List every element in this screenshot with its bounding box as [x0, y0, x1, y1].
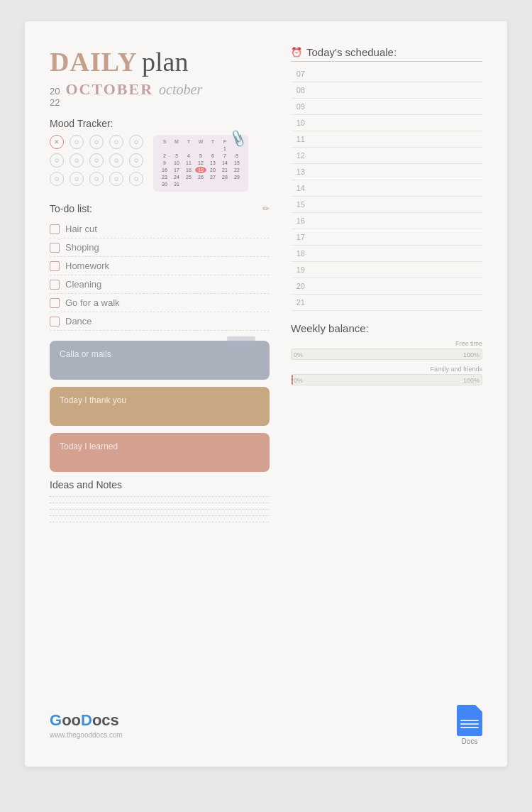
- cal-day[interactable]: 9: [159, 160, 170, 166]
- mood-circle-2[interactable]: ☺: [70, 135, 84, 149]
- cal-day[interactable]: 30: [159, 181, 170, 187]
- cal-day[interactable]: 12: [195, 160, 206, 166]
- cal-day[interactable]: 4: [183, 153, 194, 159]
- mood-circle-6[interactable]: ☺: [50, 153, 64, 168]
- schedule-row[interactable]: 20: [291, 278, 482, 295]
- todo-item[interactable]: Homework: [50, 257, 270, 275]
- cal-day[interactable]: 8: [231, 153, 243, 159]
- todo-checkbox[interactable]: [50, 261, 60, 271]
- schedule-row[interactable]: 21: [291, 295, 482, 311]
- todo-item-text: Dance: [65, 316, 92, 327]
- schedule-row[interactable]: 12: [291, 148, 482, 164]
- cal-day[interactable]: 28: [219, 174, 231, 180]
- note-box-pink[interactable]: Today I learned: [50, 433, 270, 472]
- note-box-tan[interactable]: Today I thank you: [50, 387, 270, 426]
- wb-item: Free time 0% 100%: [291, 340, 482, 360]
- cal-day[interactable]: 11: [183, 160, 194, 166]
- schedule-row[interactable]: 08: [291, 82, 482, 99]
- mood-circle-12[interactable]: ☺: [70, 172, 84, 186]
- cal-day[interactable]: 18: [183, 167, 194, 173]
- cal-day[interactable]: 26: [195, 174, 206, 180]
- logo-g: G: [50, 711, 62, 729]
- todo-checkbox[interactable]: [50, 243, 60, 253]
- schedule-row[interactable]: 18: [291, 246, 482, 262]
- cal-day[interactable]: 31: [171, 181, 182, 187]
- weekly-balance: Weekly balance: Free time 0% 100% Family…: [291, 322, 482, 385]
- todo-item[interactable]: Dance: [50, 312, 270, 331]
- wb-label-row: Free time: [291, 340, 482, 347]
- mood-circle-8[interactable]: ☺: [89, 153, 104, 168]
- cal-day[interactable]: 19: [195, 167, 206, 173]
- note-box-gray[interactable]: Calla or mails: [50, 341, 270, 380]
- cal-day[interactable]: 29: [231, 174, 243, 180]
- hour-label: 11: [291, 135, 305, 143]
- todo-item-text: Homework: [65, 260, 109, 271]
- todo-item[interactable]: Shoping: [50, 238, 270, 257]
- schedule-row[interactable]: 15: [291, 197, 482, 213]
- mood-circle-11[interactable]: ☺: [50, 172, 64, 186]
- schedule-row[interactable]: 14: [291, 180, 482, 197]
- schedule-row[interactable]: 19: [291, 262, 482, 278]
- todo-checkbox[interactable]: [50, 280, 60, 290]
- cal-day[interactable]: [195, 146, 206, 152]
- cal-day[interactable]: 17: [171, 167, 182, 173]
- hour-label: 20: [291, 282, 305, 290]
- schedule-row[interactable]: 17: [291, 229, 482, 246]
- mood-circle-13[interactable]: ☺: [89, 172, 104, 186]
- note-box-label: Today I learned: [60, 441, 118, 451]
- mood-circle-14[interactable]: ☺: [109, 172, 123, 186]
- todo-checkbox[interactable]: [50, 317, 60, 327]
- mood-circle-9[interactable]: ☺: [109, 153, 123, 168]
- todo-checkbox[interactable]: [50, 298, 60, 308]
- schedule-row[interactable]: 10: [291, 115, 482, 131]
- cal-day[interactable]: 27: [207, 174, 218, 180]
- wb-label: Free time: [455, 340, 482, 347]
- cal-day[interactable]: 2: [159, 153, 170, 159]
- cal-day[interactable]: 13: [207, 160, 218, 166]
- wb-bar-container: 0% 100%: [291, 374, 482, 385]
- wb-start-label: 0%: [294, 350, 303, 360]
- month-main: OCTOBER: [65, 80, 153, 99]
- todo-item[interactable]: Go for a walk: [50, 294, 270, 312]
- mood-circle-5[interactable]: ☺: [129, 135, 143, 149]
- cal-day[interactable]: 1: [219, 146, 231, 152]
- cal-day[interactable]: 23: [159, 174, 170, 180]
- cal-day[interactable]: 7: [219, 153, 231, 159]
- todo-item[interactable]: Hair cut: [50, 220, 270, 238]
- mood-circle-7[interactable]: ☺: [70, 153, 84, 168]
- todo-checkbox[interactable]: [50, 224, 60, 234]
- cal-day[interactable]: [183, 146, 194, 152]
- cal-day[interactable]: 24: [171, 174, 182, 180]
- cal-day[interactable]: 14: [219, 160, 231, 166]
- schedule-row[interactable]: 11: [291, 131, 482, 148]
- right-column: ⏰ Today's scheduale: 0708091011121314151…: [291, 46, 482, 684]
- cal-day[interactable]: [159, 146, 170, 152]
- schedule-row[interactable]: 13: [291, 164, 482, 180]
- schedule-row[interactable]: 07: [291, 66, 482, 82]
- todo-item[interactable]: Cleaning: [50, 275, 270, 294]
- cal-day[interactable]: 3: [171, 153, 182, 159]
- cal-day[interactable]: 22: [231, 167, 243, 173]
- wb-bar-labels: 0% 100%: [292, 375, 482, 385]
- cal-day[interactable]: 20: [207, 167, 218, 173]
- mood-circle-3[interactable]: ☺: [89, 135, 104, 149]
- mood-circle-15[interactable]: ☺: [129, 172, 143, 186]
- cal-day[interactable]: [171, 146, 182, 152]
- schedule-row[interactable]: 16: [291, 213, 482, 229]
- cal-day[interactable]: 16: [159, 167, 170, 173]
- mood-circle-1[interactable]: ✕: [50, 135, 64, 149]
- cal-day[interactable]: 25: [183, 174, 194, 180]
- cal-day[interactable]: 15: [231, 160, 243, 166]
- cal-day[interactable]: 5: [195, 153, 206, 159]
- cal-day[interactable]: [207, 146, 218, 152]
- year-bottom: 22: [50, 97, 60, 109]
- docs-icon-line-3: [460, 727, 479, 728]
- edit-icon[interactable]: ✏: [262, 204, 270, 214]
- cal-day[interactable]: 10: [171, 160, 182, 166]
- todo-item-text: Hair cut: [65, 224, 97, 234]
- cal-day[interactable]: 6: [207, 153, 218, 159]
- mood-circle-10[interactable]: ☺: [129, 153, 143, 168]
- cal-day[interactable]: 21: [219, 167, 231, 173]
- mood-circle-4[interactable]: ☺: [109, 135, 123, 149]
- schedule-row[interactable]: 09: [291, 99, 482, 115]
